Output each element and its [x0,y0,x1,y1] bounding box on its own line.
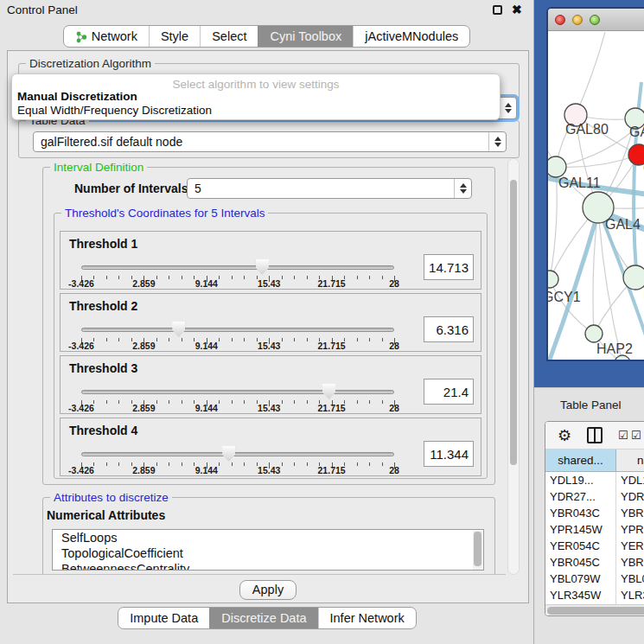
threshold-value-field[interactable]: 14.713 [424,254,474,280]
tab-network[interactable]: Network [64,26,149,47]
combobox-stepper-icon[interactable] [488,132,506,151]
column-layout-icon[interactable] [587,427,603,443]
network-node-gal11[interactable] [548,156,566,177]
table-data-combobox[interactable]: galFiltered.sif default node [33,131,507,152]
tab-discretize-data[interactable]: Discretize Data [209,608,317,628]
network-node-red[interactable] [628,144,644,165]
tab-infer-network[interactable]: Infer Network [318,608,416,628]
minimize-traffic-light-icon[interactable] [572,15,583,25]
network-edge[interactable] [576,32,609,115]
threshold-value-field[interactable]: 11.344 [424,441,474,467]
network-window-titlebar[interactable] [548,9,644,31]
table-row[interactable]: YLR345WYLR3 [545,587,644,603]
network-edge[interactable] [550,167,557,279]
tab-cyni-toolbox[interactable]: Cyni Toolbox [258,26,353,47]
table-row[interactable]: YER054CYER0 [545,538,644,554]
tick-label: 2.859 [132,278,155,289]
table-row[interactable]: YBR045CYBR0 [545,554,644,571]
network-view-window[interactable]: GAL80GACGAL11GAL4GCY1HHAP2 [546,7,644,361]
slider-thumb[interactable] [172,322,185,337]
tab-label: Style [161,29,188,43]
cell-shared-name: YBR043C [545,505,616,521]
table-panel-section: Table Panel ⚙ ☑ ☑ shared... na YDL19...Y… [534,387,644,644]
threshold-4-panel: Threshold 4-3.4262.8599.14415.4321.71528… [60,418,481,476]
vertical-scrollbar[interactable] [507,158,520,575]
combobox-stepper-icon[interactable] [499,98,516,118]
threshold-slider[interactable]: -3.4262.8599.14415.4321.71528 [81,382,394,411]
tick-label: 9.144 [195,403,218,413]
network-edge[interactable] [550,279,594,334]
column-header-name[interactable]: na [616,450,644,471]
attributes-scrollbar[interactable] [473,531,482,571]
close-traffic-light-icon[interactable] [555,15,565,25]
discretization-algorithm-group-title: Discretization Algorithm [26,57,155,70]
horizontal-scrollbar-thumb[interactable] [547,607,644,615]
tick-label: 15.43 [258,341,280,351]
slider-track[interactable] [81,390,394,394]
number-of-intervals-combobox[interactable]: 5 [187,178,472,199]
control-panel-tab-bar: NetworkStyleSelectCyni ToolboxjActiveMNo… [0,25,533,48]
threshold-slider[interactable]: -3.4262.8599.14415.4321.71528 [81,320,394,349]
node-table-window[interactable]: ⚙ ☑ ☑ shared... na YDL19...YDL1YDR27...Y… [545,421,644,616]
tick-label: 21.715 [318,465,346,475]
tick-label: 28 [389,403,399,413]
table-row[interactable]: YBL079WYBL0 [545,571,644,587]
network-node-part[interactable] [615,355,630,361]
slider-thumb[interactable] [322,384,335,399]
control-panel-window: Control Panel ✖ NetworkStyleSelectCyni T… [0,0,534,644]
tab-jactivemnodules[interactable]: jActiveMNodules [353,26,469,47]
network-edge[interactable] [556,155,639,167]
attribute-item-betweennesscentrality[interactable]: BetweennessCentrality [53,561,483,571]
tab-label: Network [92,29,137,43]
slider-track[interactable] [81,265,394,270]
zoom-traffic-light-icon[interactable] [590,15,600,25]
apply-button[interactable]: Apply [239,580,296,600]
horizontal-scrollbar[interactable] [545,604,644,615]
combobox-stepper-icon[interactable] [454,179,471,198]
tick-label: 21.715 [318,403,346,413]
top-tab-group: NetworkStyleSelectCyni ToolboxjActiveMNo… [63,25,471,48]
popup-item-manual-discretization[interactable]: Manual Discretization [12,90,500,104]
cyni-toolbox-panel: Discretization Algorithm Select algorith… [7,50,529,603]
cyni-bottom-tab-bar: Impute DataDiscretize DataInfer Network [0,607,534,629]
tab-style[interactable]: Style [149,26,200,47]
checkbox-checked-icon[interactable]: ☑ [631,429,641,442]
popup-item-equal-width-frequency[interactable]: Equal Width/Frequency Discretization [12,104,500,118]
attribute-item-selfloops[interactable]: SelfLoops [53,530,483,545]
cell-name: YBR0 [616,554,644,571]
network-node-hap2[interactable] [585,325,603,342]
slider-thumb[interactable] [256,259,269,275]
float-window-icon[interactable] [493,5,502,15]
table-row[interactable]: YBR043CYBR0 [545,505,644,521]
tick-label: 9.144 [195,341,218,351]
attribute-item-topologicalcoefficient[interactable]: TopologicalCoefficient [53,545,483,561]
tick-label: -3.426 [68,403,94,413]
tab-select[interactable]: Select [200,26,258,47]
numerical-attributes-list[interactable]: SelfLoopsTopologicalCoefficientBetweenne… [52,529,484,571]
tab-impute-data[interactable]: Impute Data [118,608,209,628]
slider-track[interactable] [81,328,394,332]
attributes-scrollbar-thumb[interactable] [474,532,481,566]
threshold-value-field[interactable]: 21.4 [424,379,474,405]
tick-label: 2.859 [132,465,155,475]
slider-track[interactable] [81,452,394,456]
slider-thumb[interactable] [222,446,235,462]
table-rows: YDL19...YDL1YDR27...YDR2YBR043CYBR0YPR14… [545,472,644,616]
threshold-slider[interactable]: -3.4262.8599.14415.4321.71528 [81,444,394,474]
table-row[interactable]: YDL19...YDL1 [545,472,644,488]
table-row[interactable]: YDR27...YDR2 [545,488,644,505]
table-row[interactable]: YPR145WYPR1 [545,521,644,538]
threshold-value-field[interactable]: 6.316 [424,316,474,342]
cell-shared-name: YDR27... [545,488,616,505]
close-icon[interactable]: ✖ [512,3,522,16]
network-node-gcy1[interactable] [548,271,558,288]
tab-label: Impute Data [130,611,198,625]
network-icon [75,30,87,43]
network-node-hnode[interactable] [623,265,644,290]
vertical-scrollbar-thumb[interactable] [510,180,517,465]
network-canvas[interactable]: GAL80GACGAL11GAL4GCY1HHAP2 [548,32,644,361]
column-header-shared-name[interactable]: shared... [545,450,616,471]
settings-gear-icon[interactable]: ⚙ [558,426,571,445]
checkbox-checked-icon[interactable]: ☑ [618,429,628,442]
threshold-slider[interactable]: -3.4262.8599.14415.4321.71528 [81,258,394,287]
